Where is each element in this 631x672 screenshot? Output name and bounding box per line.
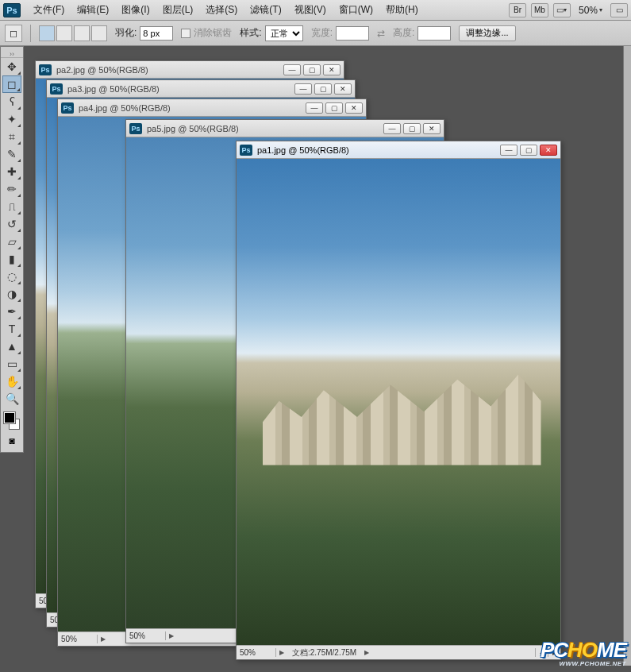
menu-image[interactable]: 图像(I): [115, 1, 156, 19]
dodge-tool[interactable]: ◑: [2, 285, 21, 303]
chevron-right-icon[interactable]: ▶: [166, 632, 177, 639]
status-zoom[interactable]: 50%: [58, 635, 98, 643]
lasso-tool[interactable]: ʕ: [2, 93, 21, 110]
style-field: 样式: 正常: [240, 25, 302, 41]
move-tool[interactable]: ✥: [2, 58, 21, 75]
scroll-right-icon[interactable]: ▸: [548, 648, 560, 657]
menu-bar: Ps 文件(F) 编辑(E) 图像(I) 图层(L) 选择(S) 滤镜(T) 视…: [0, 0, 631, 21]
minimize-button[interactable]: —: [294, 83, 312, 95]
window-title: pa5.jpg @ 50%(RGB/8): [147, 124, 383, 133]
status-zoom[interactable]: 50%: [126, 631, 166, 640]
antialias-checkbox[interactable]: [181, 29, 190, 38]
window-titlebar[interactable]: Pspa3.jpg @ 50%(RGB/8)—▢✕: [47, 80, 355, 98]
menu-select[interactable]: 选择(S): [199, 1, 244, 19]
selection-new-button[interactable]: [39, 25, 55, 41]
type-tool[interactable]: T: [2, 320, 21, 338]
current-tool-icon[interactable]: ◻: [5, 25, 22, 42]
selection-intersect-button[interactable]: [91, 25, 107, 41]
eraser-tool[interactable]: ▱: [2, 233, 21, 250]
chevron-right-icon[interactable]: ▶: [361, 649, 372, 656]
feather-input[interactable]: [140, 26, 173, 41]
minimize-button[interactable]: —: [283, 64, 301, 75]
blur-tool[interactable]: ◌: [2, 268, 21, 285]
ps-badge-icon: Ps: [39, 64, 52, 75]
selection-subtract-button[interactable]: [74, 25, 90, 41]
hand-tool[interactable]: ✋: [2, 373, 21, 390]
app-logo-icon: Ps: [3, 3, 21, 17]
document-canvas[interactable]: [237, 159, 560, 645]
maximize-button[interactable]: ▢: [325, 102, 343, 114]
swap-wh-icon: ⇄: [377, 28, 385, 39]
chevron-right-icon[interactable]: ▶: [98, 635, 109, 643]
marquee-tool[interactable]: ◻: [2, 75, 21, 93]
zoom-level-dropdown[interactable]: 50%▾: [575, 5, 606, 16]
antialias-field: 消除锯齿: [181, 26, 232, 40]
maximize-button[interactable]: ▢: [314, 83, 332, 95]
menu-edit[interactable]: 编辑(E): [71, 1, 115, 19]
style-label: 样式:: [240, 26, 261, 40]
path-select-tool[interactable]: ▲: [2, 338, 21, 355]
workspace-button[interactable]: ▭: [610, 3, 628, 17]
style-select[interactable]: 正常: [265, 25, 303, 41]
status-zoom[interactable]: 50%: [237, 648, 276, 657]
bridge-button[interactable]: Br: [509, 3, 526, 17]
document-window[interactable]: Pspa1.jpg @ 50%(RGB/8)—▢✕50%▶文档:2.75M/2.…: [236, 141, 561, 660]
minimize-button[interactable]: —: [500, 145, 517, 156]
maximize-button[interactable]: ▢: [303, 64, 321, 75]
window-titlebar[interactable]: Pspa5.jpg @ 50%(RGB/8)—▢✕: [126, 120, 444, 137]
document-image: [237, 159, 560, 645]
clone-stamp-tool[interactable]: ⎍: [2, 198, 21, 215]
history-brush-tool[interactable]: ↺: [2, 215, 21, 233]
menu-file[interactable]: 文件(F): [27, 1, 71, 19]
width-field: 宽度:: [311, 26, 369, 41]
foreground-color-swatch[interactable]: [4, 412, 15, 423]
maximize-button[interactable]: ▢: [520, 145, 537, 156]
menu-window[interactable]: 窗口(W): [333, 1, 379, 19]
ps-badge-icon: Ps: [61, 102, 74, 114]
close-button[interactable]: ✕: [345, 102, 363, 114]
height-field: 高度:: [393, 26, 451, 41]
minimize-button[interactable]: —: [383, 123, 401, 134]
pen-tool[interactable]: ✒: [2, 303, 21, 320]
close-button[interactable]: ✕: [540, 145, 557, 156]
window-titlebar[interactable]: Pspa2.jpg @ 50%(RGB/8)—▢✕: [36, 61, 344, 79]
window-titlebar[interactable]: Pspa1.jpg @ 50%(RGB/8)—▢✕: [237, 141, 560, 159]
window-title: pa4.jpg @ 50%(RGB/8): [79, 103, 306, 113]
color-swatches[interactable]: [2, 411, 21, 431]
zoom-tool[interactable]: 🔍: [2, 390, 21, 407]
feather-label: 羽化:: [115, 26, 137, 40]
shape-tool[interactable]: ▭: [2, 355, 21, 373]
ps-badge-icon: Ps: [50, 83, 63, 95]
status-doc-info[interactable]: 文档:2.75M/2.75M: [287, 647, 361, 658]
options-bar: ◻ 羽化: 消除锯齿 样式: 正常 宽度: ⇄ 高度: 调整边缘...: [0, 21, 631, 46]
height-label: 高度:: [393, 26, 414, 40]
close-button[interactable]: ✕: [423, 123, 441, 134]
maximize-button[interactable]: ▢: [403, 123, 421, 134]
chevron-right-icon[interactable]: ▶: [276, 649, 287, 656]
menu-filter[interactable]: 滤镜(T): [244, 1, 287, 19]
window-titlebar[interactable]: Pspa4.jpg @ 50%(RGB/8)—▢✕: [58, 99, 366, 117]
scroll-left-icon[interactable]: ◂: [535, 648, 548, 657]
eyedropper-tool[interactable]: ✎: [2, 145, 21, 163]
minimize-button[interactable]: —: [306, 102, 323, 114]
status-bar: 50%▶文档:2.75M/2.75M▶◂▸: [237, 645, 560, 659]
menu-help[interactable]: 帮助(H): [379, 1, 425, 19]
zoom-value: 50%: [579, 5, 598, 16]
close-button[interactable]: ✕: [334, 83, 352, 95]
brush-tool[interactable]: ✏: [2, 180, 21, 198]
minibridge-button[interactable]: Mb: [531, 3, 548, 17]
feather-field: 羽化:: [115, 26, 173, 41]
crop-tool[interactable]: ⌗: [2, 128, 21, 145]
refine-edge-button[interactable]: 调整边缘...: [459, 25, 515, 41]
quick-mask-button[interactable]: ◙: [2, 433, 21, 449]
screen-mode-button[interactable]: ▭▾: [553, 3, 571, 17]
menu-layer[interactable]: 图层(L): [156, 1, 200, 19]
gradient-tool[interactable]: ▮: [2, 250, 21, 268]
healing-brush-tool[interactable]: ✚: [2, 163, 21, 180]
panel-dock[interactable]: [623, 46, 631, 666]
panel-handle-icon[interactable]: ››: [1, 50, 23, 58]
quick-select-tool[interactable]: ✦: [2, 110, 21, 128]
menu-view[interactable]: 视图(V): [288, 1, 333, 19]
selection-add-button[interactable]: [56, 25, 72, 41]
close-button[interactable]: ✕: [323, 64, 341, 75]
